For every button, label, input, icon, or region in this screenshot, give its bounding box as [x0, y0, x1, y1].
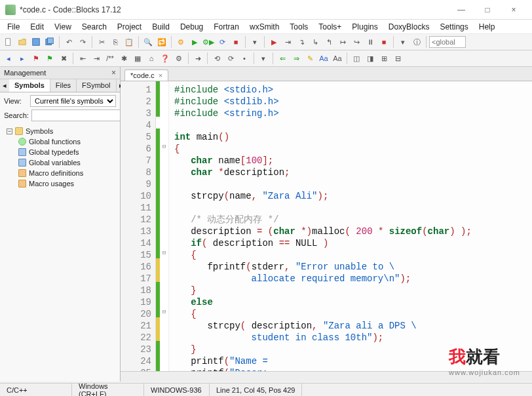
menu-toolsplus[interactable]: Tools+	[314, 21, 346, 33]
editor-hscrollbar[interactable]	[121, 371, 532, 382]
run-cursor-icon[interactable]: ⇥	[281, 35, 294, 49]
global-search-input[interactable]	[429, 36, 466, 48]
run-icon[interactable]: ▶	[188, 35, 201, 49]
tab-fsymbol[interactable]: FSymbol	[77, 79, 116, 92]
tool-c-icon[interactable]: ⊞	[377, 52, 390, 65]
editor-tabs: *code.c ×	[121, 67, 532, 81]
find-icon[interactable]: 🔍	[142, 35, 155, 49]
replace-icon[interactable]: 🔁	[155, 35, 168, 49]
editor-tab-close-icon[interactable]: ×	[159, 71, 162, 79]
doxy-html-icon[interactable]: ⌂	[145, 52, 158, 65]
build-run-icon[interactable]: ⚙▶	[202, 35, 215, 49]
jump-back-icon[interactable]: ⟲	[210, 52, 223, 65]
next-instr-icon[interactable]: ↦	[336, 35, 349, 49]
bookmark-prev2-icon[interactable]: ⚑	[43, 52, 56, 65]
save-all-icon[interactable]	[43, 35, 56, 49]
fold-margin[interactable]: ⊟⊟⊟	[160, 81, 169, 371]
paste-icon[interactable]: 📋	[123, 35, 136, 49]
next-line-icon[interactable]: ↴	[295, 35, 308, 49]
bookmark-prev-icon[interactable]: ◂	[2, 52, 15, 65]
select-target-icon[interactable]: ▾	[257, 52, 270, 65]
new-file-icon[interactable]	[2, 35, 15, 49]
menu-build[interactable]: Build	[147, 21, 174, 33]
tree-global-variables[interactable]: Global variables	[4, 157, 116, 168]
typedefs-icon	[18, 148, 26, 156]
bookmark-clear-icon[interactable]: ✖	[57, 52, 70, 65]
minimize-button[interactable]: —	[448, 2, 474, 18]
text-icon[interactable]: Aa	[317, 52, 330, 65]
tree-root[interactable]: − Symbols	[4, 126, 116, 136]
rebuild-icon[interactable]: ⟳	[216, 35, 229, 49]
menu-project[interactable]: Project	[113, 21, 146, 33]
tab-symbols[interactable]: Symbols	[9, 79, 50, 92]
menu-edit[interactable]: Edit	[26, 21, 48, 33]
step-in-icon[interactable]: ↳	[309, 35, 322, 49]
bookmark-next-icon[interactable]: ▸	[16, 52, 29, 65]
symbol-search-input[interactable]	[31, 109, 120, 121]
menu-file[interactable]: File	[3, 21, 24, 33]
code-content[interactable]: #include <stdio.h> #include <stdlib.h> #…	[169, 81, 472, 371]
doxy-cfg-icon[interactable]: ⚙	[172, 52, 185, 65]
step-instr-icon[interactable]: ↪	[350, 35, 363, 49]
tool-d-icon[interactable]: ⊟	[391, 52, 404, 65]
editor-tab-code-c[interactable]: *code.c ×	[124, 69, 168, 81]
collapse-icon[interactable]: −	[7, 129, 12, 134]
menu-tools[interactable]: Tools	[285, 21, 313, 33]
code-editor[interactable]: 1234567891011121314151617181920212223242…	[121, 81, 532, 371]
menu-wxsmith[interactable]: wxSmith	[245, 21, 284, 33]
menu-fortran[interactable]: Fortran	[209, 21, 244, 33]
tree-macro-definitions[interactable]: Macro definitions	[4, 168, 116, 178]
management-close-icon[interactable]: ×	[111, 68, 116, 77]
nav-fwd-icon[interactable]: ⇒	[290, 52, 303, 65]
stop-debug-icon[interactable]: ■	[377, 35, 390, 49]
menu-plugins[interactable]: Plugins	[347, 21, 382, 33]
management-tabs: ◂ Symbols Files FSymbol ▸	[0, 79, 120, 92]
bookmark-toggle-icon[interactable]: ⚑	[29, 52, 43, 65]
stop-icon[interactable]: ■	[229, 35, 242, 49]
copy-icon[interactable]: ⎘	[109, 35, 122, 49]
doxy-chm-icon[interactable]: ❓	[159, 52, 172, 65]
menu-doxyblocks[interactable]: DoxyBlocks	[384, 21, 434, 33]
build-icon[interactable]: ⚙	[174, 35, 187, 49]
tabs-left-arrow-icon[interactable]: ◂	[0, 79, 9, 92]
menu-debug[interactable]: Debug	[176, 21, 208, 33]
open-icon[interactable]	[16, 35, 29, 49]
last-jump-icon[interactable]: •	[238, 52, 251, 65]
regex-icon[interactable]: Aa	[331, 52, 344, 65]
cut-icon[interactable]: ✂	[95, 35, 108, 49]
undo-icon[interactable]: ↶	[62, 35, 75, 49]
break-debug-icon[interactable]: ⏸	[364, 35, 377, 49]
doxy-block-icon[interactable]: ✱	[117, 52, 130, 65]
menu-view[interactable]: View	[50, 21, 76, 33]
save-icon[interactable]	[29, 35, 43, 49]
step-out-icon[interactable]: ↰	[322, 35, 335, 49]
doxy-run-icon[interactable]: ▦	[131, 52, 144, 65]
debug-windows-icon[interactable]: ▾	[396, 35, 409, 49]
tree-macro-usages[interactable]: Macro usages	[4, 178, 116, 189]
jump-fwd-icon[interactable]: ⟳	[224, 52, 237, 65]
info-icon[interactable]: ⓘ	[410, 35, 423, 49]
tab-files[interactable]: Files	[50, 79, 77, 92]
view-select[interactable]: Current file's symbols	[30, 95, 116, 107]
fortran-icon[interactable]: ➜	[191, 52, 204, 65]
target-dropdown[interactable]: ▾	[248, 35, 261, 49]
doxy-fwd-icon[interactable]: ⇥	[90, 52, 103, 65]
close-button[interactable]: ×	[501, 2, 527, 18]
menu-search[interactable]: Search	[77, 21, 111, 33]
redo-icon[interactable]: ↷	[76, 35, 89, 49]
search-label: Search:	[4, 111, 29, 119]
doxy-back-icon[interactable]: ⇤	[76, 52, 89, 65]
window-title: *code.c - Code::Blocks 17.12	[20, 5, 448, 14]
tree-global-functions[interactable]: Global functions	[4, 136, 116, 147]
menu-settings[interactable]: Settings	[435, 21, 472, 33]
debug-run-icon[interactable]: ▶	[267, 35, 280, 49]
highlight-icon[interactable]: ✎	[303, 52, 316, 65]
maximize-button[interactable]: □	[474, 2, 501, 18]
tree-global-typedefs[interactable]: Global typedefs	[4, 147, 116, 157]
menu-help[interactable]: Help	[474, 21, 500, 33]
doxy-comment-icon[interactable]: /**	[104, 52, 117, 65]
nav-back-icon[interactable]: ⇐	[276, 52, 289, 65]
tool-a-icon[interactable]: ◫	[350, 52, 363, 65]
tool-b-icon[interactable]: ◨	[364, 52, 377, 65]
toolbar-separator	[264, 36, 265, 48]
